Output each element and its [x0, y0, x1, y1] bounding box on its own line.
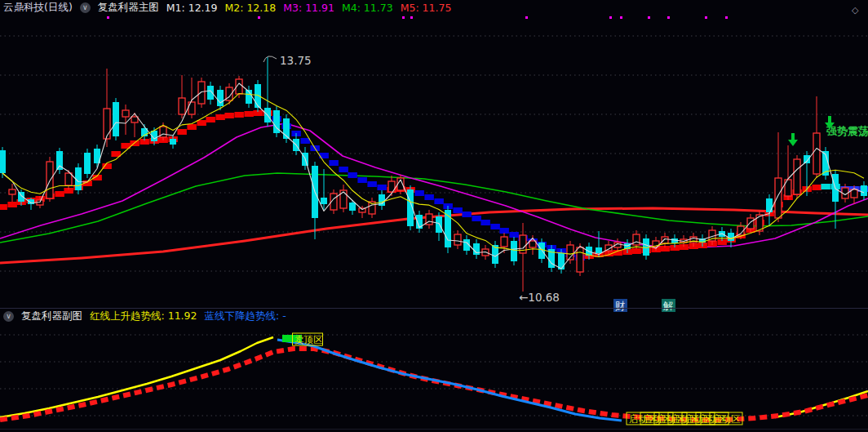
candle-body-up — [65, 173, 72, 185]
signal-dot — [725, 16, 728, 19]
candle-body-down — [861, 185, 867, 196]
trend-step — [215, 114, 225, 120]
trend-step — [329, 160, 339, 166]
collapse-chevron-icon-sub[interactable]: ∨ — [3, 311, 14, 322]
trend-step — [509, 232, 519, 238]
trend-step — [462, 212, 472, 217]
main-indicator-name: 复盘利器主图 — [98, 1, 159, 15]
trend-step — [472, 216, 481, 221]
trend-step — [0, 204, 7, 210]
stock-chart-canvas[interactable]: 13.75←10.68强势震荡财解卖顶区启动区启动区启动区启动区启动区启动区启动… — [0, 0, 868, 432]
peak-price-label: 13.75 — [280, 54, 312, 67]
signal-dot — [620, 16, 622, 19]
candle-body-up — [198, 82, 205, 104]
sell-arrow-down-icon — [788, 133, 798, 146]
collapse-chevron-icon[interactable]: ∨ — [80, 2, 91, 13]
ma3-value: M3: 11.91 — [283, 2, 334, 14]
candle-body-up — [188, 102, 195, 114]
stair-step-indicator — [0, 110, 868, 261]
trend-step — [414, 190, 424, 196]
signal-dot — [525, 16, 528, 19]
candle-body-down — [207, 86, 214, 100]
candle-body-down — [113, 102, 119, 136]
trend-step — [480, 220, 490, 225]
stock-title: 云鼎科技(日线) — [3, 1, 73, 15]
candle-body-up — [501, 237, 507, 247]
trend-step — [300, 138, 310, 144]
candle-body-up — [340, 190, 347, 208]
sub-chart-header: ∨ 复盘利器副图 红线上升趋势线: 11.92 蓝线下降趋势线: - — [0, 310, 286, 323]
marker-diamond-icon: ◇ — [852, 6, 858, 15]
candle-body-up — [122, 110, 129, 117]
candle-body-down — [170, 139, 176, 145]
trend-step — [367, 181, 377, 187]
candle-body-up — [813, 133, 820, 174]
low-price-label: ←10.68 — [519, 291, 560, 304]
trend-step — [7, 202, 17, 207]
sell-zone-label: 卖顶区 — [294, 334, 323, 345]
candle-body-down — [538, 243, 545, 259]
candle-body-down — [0, 150, 6, 173]
ma4-value: M4: 11.73 — [342, 2, 393, 14]
candle-body-up — [529, 241, 536, 247]
trend-step — [348, 172, 357, 178]
trend-step — [357, 177, 367, 183]
trend-step — [812, 185, 822, 190]
candle-body-up — [662, 237, 668, 243]
signal-text: 强势震荡 — [826, 125, 868, 137]
trend-step — [821, 184, 830, 189]
trend-step — [197, 120, 206, 126]
candle-body-up — [775, 178, 782, 218]
ma5-value: M5: 11.75 — [401, 2, 452, 14]
candle-body-down — [596, 247, 602, 253]
main-annotations: 13.75←10.68强势震荡财解 — [107, 16, 868, 312]
signal-dot — [705, 16, 707, 19]
trend-step — [234, 112, 244, 118]
candle-body-up — [794, 159, 800, 194]
trend-step — [244, 111, 254, 117]
trend-step — [499, 228, 509, 234]
blue-trendline-value: 蓝线下降趋势线: - — [204, 310, 286, 323]
bottom-edge-line — [0, 429, 868, 430]
signal-dot — [107, 16, 109, 19]
signal-dot — [609, 16, 612, 19]
candle-body-down — [511, 241, 517, 261]
sub-indicator-layer: 卖顶区启动区启动区启动区启动区启动区启动区启动区 — [0, 333, 868, 425]
watermark-char: 财 — [615, 300, 626, 312]
trend-step — [102, 163, 111, 169]
peak-pointer-icon — [264, 56, 277, 62]
signal-dot — [648, 16, 650, 19]
signal-dot — [410, 16, 413, 19]
candle-body-down — [804, 155, 810, 163]
signal-dot — [667, 16, 670, 19]
red-trendline-value: 红线上升趋势线: 11.92 — [90, 310, 197, 323]
candle-body-down — [766, 198, 773, 212]
watermark-char: 解 — [662, 300, 674, 312]
signal-dot — [258, 16, 260, 19]
trend-step — [187, 124, 197, 130]
trend-step — [453, 207, 463, 213]
candle-body-up — [104, 109, 110, 139]
candle-body-up — [131, 117, 138, 122]
candle-body-up — [9, 189, 16, 194]
candles-layer — [0, 57, 867, 292]
ma1-value: M1: 12.19 — [166, 2, 218, 14]
candle-body-down — [321, 198, 327, 204]
trend-step — [490, 224, 500, 229]
trend-step — [424, 194, 434, 200]
candle-body-up — [747, 218, 754, 229]
candle-body-up — [454, 234, 461, 245]
trend-step — [377, 185, 387, 190]
trend-step — [339, 167, 348, 172]
trend-step — [55, 191, 64, 197]
trend-step — [434, 198, 444, 204]
trend-step — [177, 129, 187, 135]
candle-body-up — [633, 234, 640, 245]
panel-divider[interactable] — [0, 308, 868, 309]
trend-step — [631, 248, 641, 254]
signal-dot — [402, 16, 405, 19]
candle-body-down — [349, 203, 356, 211]
main-chart-header: 云鼎科技(日线) ∨ 复盘利器主图 M1: 12.19 M2: 12.18 M3… — [0, 0, 451, 15]
candle-body-up — [179, 98, 185, 114]
candle-body-up — [577, 247, 583, 272]
